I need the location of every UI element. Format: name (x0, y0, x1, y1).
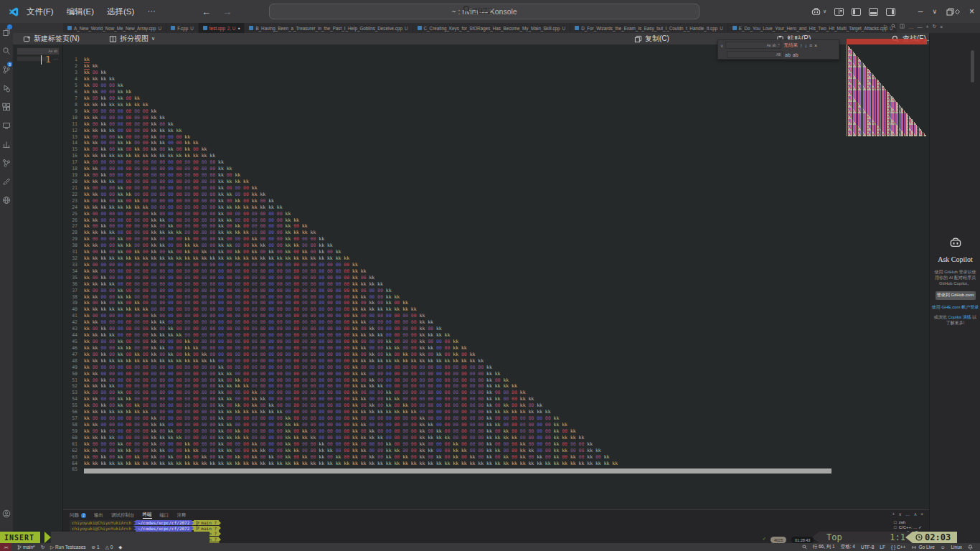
panel-tab-5[interactable]: 注释 (177, 512, 187, 519)
statusbar-right-item-9[interactable] (968, 545, 973, 550)
editor-tab-5[interactable]: D_For_Wizards_the_Exam_Is_Easy_but_I_Cou… (570, 23, 728, 33)
find-close-button[interactable]: × (814, 43, 817, 48)
panel-tab-2[interactable]: 调试控制台 (111, 512, 135, 519)
panel-action-0[interactable]: + (892, 512, 895, 517)
copilot-ghe-link[interactable]: 使用 GHE.com 帐户登录 (930, 305, 980, 311)
nvim-editor-buffer[interactable]: 1kk2kkkk3kk00kk4kkkkkkkk5kk000000kk6kkkk… (63, 44, 929, 509)
panel-tab-1[interactable]: 输出 (94, 512, 103, 519)
more-icon[interactable]: … (908, 24, 913, 29)
statusbar-right-item-0[interactable] (802, 545, 807, 550)
activity-source-control-icon[interactable]: 3 (0, 60, 13, 79)
editor-tab-0[interactable]: A_New_World_Now_Me_New_Array.cppU (63, 23, 166, 33)
statusbar-left-item-5[interactable]: △0 (105, 545, 113, 550)
panel-tab-0[interactable]: 问题2 (70, 512, 86, 519)
statusbar-right-item-6[interactable]: Go Live (911, 545, 934, 550)
editor-tab-6[interactable]: E_Do_You_Love_Your_Hero_and_His_Two_Hit_… (728, 23, 897, 33)
terminal-instance-1[interactable]: □C/C++: ... ✓ (894, 524, 922, 529)
copilot-walkthrough-link[interactable]: Copilot 演练 (948, 315, 971, 319)
search-icon[interactable] (891, 24, 896, 29)
statusbar-left-item-3[interactable]: ▷Run Testcases (50, 545, 86, 550)
toggle-panel-icon[interactable] (869, 8, 878, 16)
editor-tab-1[interactable]: F.cppU (166, 23, 199, 33)
mini-find-input[interactable]: Aaab (17, 47, 60, 55)
line-number: 42 (63, 319, 77, 325)
nvim-check-icon: ✓ (763, 535, 765, 542)
menu-item-3[interactable]: ··· (147, 6, 156, 17)
statusbar-right-item-4[interactable]: LF (880, 545, 885, 550)
statusbar-right-item-2[interactable]: 空格: 4 (841, 544, 855, 550)
minimize-icon[interactable]: — (917, 24, 922, 29)
close-icon[interactable]: × (940, 24, 943, 29)
terminal-instance-0[interactable]: □zsh (894, 519, 922, 524)
editor-tab-4[interactable]: C_Creating_Keys_for_StORages_Has_Become_… (413, 23, 571, 33)
statusbar-left-item-1[interactable]: main* (17, 545, 35, 550)
mini-line-number: 1 (45, 54, 51, 65)
panel-action-2[interactable]: … (905, 512, 910, 517)
find-prev-button[interactable]: ↑ (800, 43, 803, 48)
split-editor-icon[interactable] (900, 24, 905, 29)
customize-layout-icon[interactable] (834, 8, 844, 16)
mini-editor-pane[interactable]: Aaab 1 ··· (13, 44, 63, 543)
sidebar-scrollbar[interactable] (971, 50, 974, 83)
find-input[interactable]: Aaab.* (725, 42, 781, 49)
window-dropdown-icon[interactable]: ∨ (932, 8, 937, 15)
activity-search-icon[interactable] (0, 42, 13, 60)
activity-account-icon[interactable] (0, 504, 13, 523)
menu-item-0[interactable]: 文件(F) (27, 6, 54, 17)
tab-label: C_Creating_Keys_for_StORages_Has_Become_… (424, 26, 560, 31)
statusbar-right-item-5[interactable]: { }C++ (891, 545, 905, 550)
copilot-icon[interactable]: ∨ (811, 7, 826, 17)
panel-action-1[interactable]: ∨ (898, 512, 902, 517)
statusbar-right-item-8[interactable]: Linux (951, 545, 962, 550)
minimap[interactable] (847, 44, 927, 136)
copilot-signin-button[interactable]: 登录到 GitHub.com (936, 291, 976, 300)
remote-indicator[interactable]: >< (0, 543, 11, 551)
statusbar-left-item-2[interactable]: ↻ (41, 545, 44, 550)
find-in-selection-button[interactable]: ≡ (809, 43, 812, 48)
nav-forward-button[interactable]: → (222, 6, 232, 17)
panel-action-4[interactable]: × (920, 512, 923, 517)
activity-globe-icon[interactable] (0, 191, 13, 209)
panel-action-3[interactable]: ∧ (913, 512, 917, 517)
find-toggle-replace-icon[interactable]: ∨ (720, 43, 723, 48)
panel-tab-4[interactable]: 端口 (160, 512, 169, 519)
replace-button[interactable]: ab (785, 52, 791, 57)
editor-tab-3[interactable]: B_Having_Been_a_Treasurer_in_the_Past_I_… (245, 23, 413, 33)
run-icon[interactable]: ▷ (884, 24, 887, 29)
activity-extensions-icon[interactable] (0, 98, 13, 116)
new-tab-button[interactable]: 新建标签页(N) (23, 34, 80, 44)
copy-button[interactable]: 复制(C) (634, 34, 669, 44)
code-line: 18kkkk0000000000000000000000000000kkkk (63, 166, 621, 172)
statusbar-right-item-3[interactable]: UTF-8 (861, 545, 874, 550)
toggle-secondary-sidebar-icon[interactable] (886, 8, 895, 16)
activity-brush-icon[interactable] (0, 172, 13, 191)
line-number: 64 (63, 461, 77, 466)
activity-explorer-icon[interactable] (0, 23, 13, 42)
activity-references-icon[interactable] (0, 154, 13, 172)
line-number: 41 (63, 313, 77, 319)
statusbar-right-item-1[interactable]: 行 66, 列 1 (813, 544, 835, 550)
find-next-button[interactable]: ↓ (804, 43, 807, 48)
replace-all-button[interactable]: ab (793, 52, 798, 57)
panel-tab-3[interactable]: 终端 (143, 512, 152, 519)
statusbar-left-item-6[interactable]: ◆ (118, 545, 122, 550)
statusbar-left-item-4[interactable]: ⊘1 (92, 545, 100, 550)
window-close-button[interactable]: × (969, 6, 974, 17)
statusbar-left-item-0[interactable]: >< (0, 543, 11, 551)
code-line: 10kkkk000000000000kkkk (63, 114, 621, 121)
window-restore-button[interactable] (946, 8, 960, 16)
window-minimize-button[interactable]: – (918, 6, 923, 17)
toggle-primary-sidebar-icon[interactable] (852, 8, 861, 16)
activity-test-chart-icon[interactable] (0, 135, 13, 154)
split-view-button[interactable]: 拆分视图 ∨ (109, 34, 155, 44)
nav-back-button[interactable]: ← (202, 6, 211, 17)
add-icon[interactable]: + (925, 24, 928, 29)
editor-tab-2[interactable]: test.cpp2, U● (199, 23, 245, 33)
statusbar-right-item-7[interactable]: ☺ (941, 545, 946, 550)
activity-run-debug-icon[interactable] (0, 79, 13, 98)
menu-item-1[interactable]: 编辑(E) (67, 6, 94, 17)
sync-icon[interactable]: ↻ (932, 24, 936, 29)
replace-input[interactable]: AB (727, 51, 783, 58)
activity-remote-explorer-icon[interactable] (0, 116, 13, 135)
menu-item-2[interactable]: 选择(S) (107, 6, 134, 17)
